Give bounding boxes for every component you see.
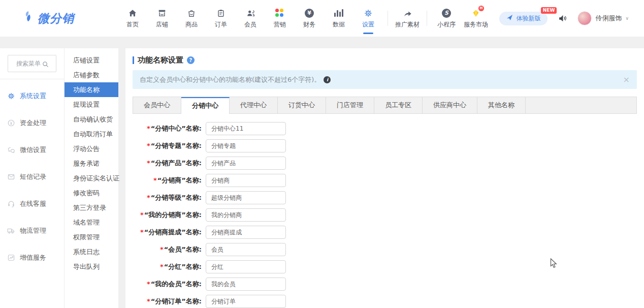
form-row: *“分红”名称: bbox=[133, 260, 637, 273]
tab-agent-center[interactable]: 代理中心 bbox=[230, 97, 278, 113]
submenu-item-shop-params[interactable]: 店铺参数 bbox=[65, 68, 118, 82]
submenu-item-system-log[interactable]: 系统日志 bbox=[65, 244, 118, 259]
chevron-down-icon: ∨ bbox=[625, 16, 629, 21]
service-market-icon: H bbox=[471, 8, 480, 18]
nav-item-miniprogram[interactable]: S 小程序 bbox=[432, 0, 461, 37]
service-market-badge: H bbox=[478, 6, 484, 11]
nav-label: 店铺 bbox=[156, 20, 168, 29]
submenu-item-withdrawal[interactable]: 提现设置 bbox=[65, 97, 118, 112]
nav-item-shop[interactable]: 店铺 bbox=[147, 0, 177, 37]
sidebar-item-wechat[interactable]: 微信设置 bbox=[0, 136, 64, 163]
distribution-order-name-input[interactable] bbox=[206, 295, 286, 308]
nav-item-promo-material[interactable]: 推广素材 bbox=[393, 0, 422, 37]
shop-icon bbox=[157, 8, 167, 18]
user-menu[interactable]: 伶俐服饰 ∨ bbox=[577, 11, 629, 25]
field-label: *“我的会员”名称: bbox=[133, 280, 202, 289]
distribution-center-name-input[interactable] bbox=[206, 122, 286, 135]
nav-item-marketing[interactable]: 营销 bbox=[265, 0, 295, 37]
submenu-item-export-queue[interactable]: 导出队列 bbox=[65, 259, 118, 274]
nav-item-finance[interactable]: ¥ 财务 bbox=[295, 0, 324, 37]
nav-item-home[interactable]: 首页 bbox=[118, 0, 147, 37]
gear-icon bbox=[7, 91, 15, 100]
my-distributor-name-input[interactable] bbox=[206, 208, 286, 222]
sidebar-item-funds[interactable]: 资金处理 bbox=[0, 109, 64, 136]
tab-supplier-center[interactable]: 供应商中心 bbox=[423, 97, 477, 113]
dividend-name-input[interactable] bbox=[206, 260, 286, 273]
avatar bbox=[577, 11, 592, 25]
nav-label: 商品 bbox=[185, 20, 198, 29]
miniprogram-icon: S bbox=[442, 8, 451, 18]
nav-item-goods[interactable]: 商品 bbox=[177, 0, 206, 37]
field-label: *“分销商”名称: bbox=[133, 176, 202, 185]
field-label: *“分销订单”名称: bbox=[133, 297, 202, 306]
nav-item-service-market[interactable]: H 服务市场 bbox=[461, 0, 491, 37]
nav-item-settings[interactable]: 设置 bbox=[353, 0, 383, 37]
sidebar-item-label: 增值服务 bbox=[20, 253, 46, 262]
field-label: *“我的分销商”名称: bbox=[133, 210, 202, 220]
form-row: *“分销商提成”名称: bbox=[133, 226, 637, 239]
secondary-sidebar: 店铺设置 店铺参数 功能名称 提现设置 自动确认收货 自动取消订单 浮动公告 服… bbox=[65, 48, 118, 308]
tab-ordering-center[interactable]: 订货中心 bbox=[278, 97, 326, 113]
info-icon[interactable]: i bbox=[324, 76, 331, 83]
sidebar-item-sms[interactable]: 短信记录 bbox=[0, 163, 64, 190]
my-member-name-input[interactable] bbox=[206, 278, 286, 291]
submenu-item-auto-cancel[interactable]: 自动取消订单 bbox=[65, 127, 118, 141]
submenu-item-thirdparty-login[interactable]: 第三方登录 bbox=[65, 200, 118, 215]
distribution-level-name-input[interactable] bbox=[206, 191, 286, 204]
submenu-item-id-verification[interactable]: 身份证实名认证 bbox=[65, 171, 118, 186]
tab-distribution-center[interactable]: 分销中心 bbox=[181, 97, 230, 113]
tab-member-center[interactable]: 会员中心 bbox=[133, 97, 181, 113]
brand-logo[interactable]: 微分销 bbox=[23, 11, 118, 26]
nav-item-members[interactable]: 会员 bbox=[236, 0, 265, 37]
brand-logo-text: 微分销 bbox=[38, 11, 74, 26]
submenu-item-permissions[interactable]: 权限管理 bbox=[65, 230, 118, 244]
nav-label: 设置 bbox=[362, 20, 374, 29]
info-banner-text: 自定义会员中心和分销中心的功能名称(建议不超过6个字符)。 bbox=[140, 75, 320, 84]
required-marker: * bbox=[160, 263, 164, 270]
form-row: *“分销中心”名称: bbox=[133, 122, 637, 135]
submenu-item-domain[interactable]: 域名管理 bbox=[65, 215, 118, 230]
nav-item-data[interactable]: 数据 bbox=[324, 0, 353, 37]
tab-other-names[interactable]: 其他名称 bbox=[477, 97, 526, 113]
submenu-item-shop-settings[interactable]: 店铺设置 bbox=[65, 53, 118, 68]
help-icon[interactable]: ? bbox=[187, 56, 195, 64]
tab-store-management[interactable]: 门店管理 bbox=[326, 97, 374, 113]
distribution-topic-name-input[interactable] bbox=[206, 139, 286, 152]
sidebar-item-label: 短信记录 bbox=[20, 172, 46, 181]
nav-label: 会员 bbox=[244, 20, 256, 29]
sidebar-item-label: 在线客服 bbox=[20, 199, 46, 208]
required-marker: * bbox=[160, 245, 164, 253]
sidebar-item-customer-service[interactable]: 在线客服 bbox=[0, 190, 64, 217]
tab-staff-zone[interactable]: 员工专区 bbox=[374, 97, 423, 113]
menu-search-box[interactable] bbox=[8, 55, 56, 72]
submenu-item-auto-confirm[interactable]: 自动确认收货 bbox=[65, 112, 118, 127]
form-row: *“会员”名称: bbox=[133, 243, 637, 256]
distribution-product-name-input[interactable] bbox=[206, 157, 286, 170]
app-screen: 微分销 首页 店铺 商品 bbox=[0, 0, 644, 308]
close-icon[interactable]: × bbox=[623, 76, 630, 84]
required-marker: * bbox=[140, 211, 144, 219]
sidebar-item-value-added[interactable]: 增值服务 bbox=[0, 244, 64, 271]
yen-circle-icon bbox=[7, 118, 15, 127]
nav-label: 订单 bbox=[215, 20, 227, 29]
speaker-icon[interactable] bbox=[558, 14, 567, 23]
submenu-item-floating-notice[interactable]: 浮动公告 bbox=[65, 141, 118, 156]
nav-item-orders[interactable]: 订单 bbox=[206, 0, 236, 37]
home-icon bbox=[128, 8, 137, 18]
page-title: 功能名称设置 ? bbox=[133, 54, 637, 66]
distributor-commission-name-input[interactable] bbox=[206, 226, 286, 239]
data-icon bbox=[334, 8, 343, 18]
sidebar-item-logistics[interactable]: 物流管理 bbox=[0, 217, 64, 244]
submenu-item-service-promise[interactable]: 服务承诺 bbox=[65, 156, 118, 171]
submenu-item-function-names[interactable]: 功能名称 bbox=[65, 82, 118, 97]
nav-divider bbox=[388, 11, 388, 26]
distributor-name-input[interactable] bbox=[206, 174, 286, 187]
submenu-item-change-password[interactable]: 修改密码 bbox=[65, 186, 118, 200]
function-name-form: *“分销中心”名称: *“分销专题”名称: *“分销产品”名称: *“分销商”名… bbox=[133, 122, 637, 308]
member-name-input[interactable] bbox=[206, 243, 286, 256]
nav-label: 首页 bbox=[126, 20, 139, 29]
main-nav: 首页 店铺 商品 订单 bbox=[118, 0, 491, 37]
sidebar-item-system-settings[interactable]: 系统设置 bbox=[0, 82, 64, 109]
try-new-version-button[interactable]: 体验新版 NEW bbox=[499, 12, 548, 25]
main-panel: 功能名称设置 ? 自定义会员中心和分销中心的功能名称(建议不超过6个字符)。 i… bbox=[125, 48, 644, 308]
